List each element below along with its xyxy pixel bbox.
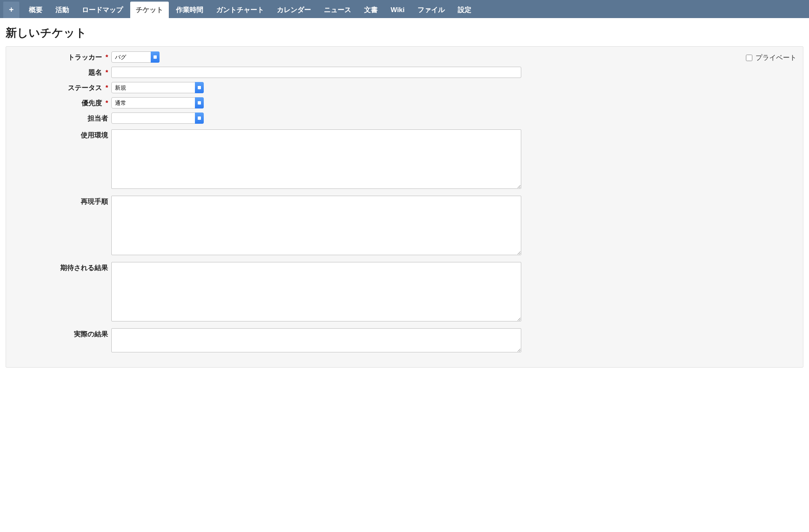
subject-input[interactable] [111, 67, 521, 78]
required-mark: * [105, 53, 108, 61]
tab-overview[interactable]: 概要 [23, 2, 48, 18]
label-assignee: 担当者 [11, 113, 111, 123]
repro-steps-textarea[interactable] [111, 196, 521, 255]
tab-issues[interactable]: チケット [130, 2, 169, 18]
tab-documents[interactable]: 文書 [358, 2, 383, 18]
label-expected-result: 期待される結果 [11, 262, 111, 272]
actual-result-textarea[interactable] [111, 328, 521, 352]
tab-gantt[interactable]: ガントチャート [211, 2, 270, 18]
page-title: 新しいチケット [6, 25, 803, 41]
tab-wiki[interactable]: Wiki [385, 2, 410, 18]
label-subject: 題名 * [11, 67, 111, 77]
new-issue-form: トラッカー * バグ ▴▾ プライベート 題名 * ステータス [6, 46, 803, 368]
tab-files[interactable]: ファイル [412, 2, 451, 18]
label-environment: 使用環境 [11, 129, 111, 140]
label-reproduction-steps: 再現手順 [11, 196, 111, 206]
required-mark: * [105, 84, 108, 92]
private-toggle[interactable]: プライベート [744, 53, 797, 62]
status-select[interactable]: 新規 [111, 82, 204, 93]
private-checkbox[interactable] [746, 55, 752, 61]
environment-textarea[interactable] [111, 129, 521, 189]
new-tab-plus-button[interactable]: + [3, 2, 19, 18]
tab-calendar[interactable]: カレンダー [271, 2, 317, 18]
label-priority: 優先度 * [11, 97, 111, 108]
label-actual-result: 実際の結果 [11, 328, 111, 339]
tab-news[interactable]: ニュース [318, 2, 357, 18]
top-nav: + 概要 活動 ロードマップ チケット 作業時間 ガントチャート カレンダー ニ… [0, 0, 809, 18]
expected-result-textarea[interactable] [111, 262, 521, 321]
tab-roadmap[interactable]: ロードマップ [76, 2, 129, 18]
required-mark: * [105, 99, 108, 107]
assignee-select[interactable] [111, 113, 204, 124]
tab-timelog[interactable]: 作業時間 [170, 2, 209, 18]
priority-select[interactable]: 通常 [111, 97, 204, 108]
tab-settings[interactable]: 設定 [452, 2, 477, 18]
label-tracker: トラッカー * [11, 51, 111, 62]
tab-activity[interactable]: 活動 [50, 2, 75, 18]
label-private: プライベート [756, 53, 797, 62]
tracker-select[interactable]: バグ [111, 51, 160, 63]
label-status: ステータス * [11, 82, 111, 92]
required-mark: * [105, 69, 108, 76]
